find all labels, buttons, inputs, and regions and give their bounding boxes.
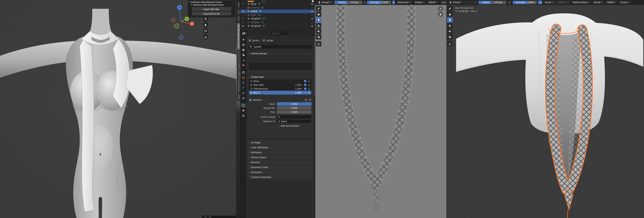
bottom-editor-peek[interactable] [202,216,236,218]
outliner-scrollbar[interactable] [314,2,315,18]
panel-animation[interactable]: ›Animation [247,170,313,174]
shape-key-value[interactable]: 1.000 [290,92,302,94]
sidebar-tab-kkbp[interactable]: KKBP [237,62,240,70]
gizmo-x-axis[interactable]: X [190,22,194,26]
shape-key-row-key3[interactable]: Key 3 1.000 [249,91,311,94]
star-icon[interactable] [304,98,307,101]
shape-key-name[interactable]: Key 3 [254,92,260,94]
visibility-eye-icon[interactable] [311,17,314,20]
vertex-groups-header[interactable]: ∨ Vertex Groups [247,52,313,56]
menu-falloff[interactable]: Falloff [427,0,439,4]
outliner-row-slingtop2[interactable]: › slingtop2 [240,24,315,28]
panel-grip-icon[interactable]: ∷∷ [232,1,234,3]
object-name[interactable]: slingtop [251,21,260,24]
menu-falloff[interactable]: Falloff [606,0,617,4]
range-max-input[interactable]: 1.000 [277,110,312,114]
object-name[interactable]: Light [251,14,256,16]
properties-scrollbar[interactable] [314,37,315,97]
tool-soften[interactable] [316,12,321,17]
pivot-edit-icon[interactable] [308,98,311,101]
sidebar-tab-sent[interactable]: SENT [237,70,240,78]
lock-icon[interactable] [308,84,310,86]
radius-slider[interactable]: Radius 143 px [478,1,506,4]
shape-key-value[interactable]: 1.000 [290,88,302,90]
toolbar-expand-arrow-icon[interactable]: › [0,38,2,41]
outliner-row-slingbot2[interactable]: • › slingbot2 [240,17,315,20]
brush-dropdown[interactable]: Smear* [448,0,477,4]
panel-custom-properties[interactable]: ›Custom Properties [247,175,313,180]
radius-slider[interactable]: Radius 143 px [334,1,362,4]
object-name-active[interactable]: Jacket [251,10,258,12]
search-input[interactable] [272,32,287,35]
tool-draw[interactable] [447,6,452,11]
navigation-gizmo[interactable]: Z Y X [170,0,198,46]
gizmo-x-neg-axis[interactable] [171,18,175,22]
tool-annotate[interactable] [316,41,321,46]
tool-fill[interactable] [316,28,321,34]
menu-cursor[interactable]: Cursor [440,0,446,4]
shape-key-name[interactable]: Basis [254,80,259,82]
outliner-row-jacket[interactable]: › Jacket [240,10,315,13]
pan-view-button[interactable] [438,12,443,17]
outliner-row-body[interactable]: • › body [240,2,315,6]
gizmo-y-neg-axis[interactable] [174,24,179,28]
shape-key-name[interactable]: Star Hide [254,84,264,86]
expand-arrow-icon[interactable]: › [245,3,247,5]
shape-key-name[interactable]: Fold Remove [254,88,268,90]
outliner-row-light[interactable]: › Light [240,13,315,17]
tab-texture[interactable] [240,114,246,118]
lock-icon[interactable] [308,92,310,94]
breadcrumb-data[interactable]: Jacket [266,39,273,42]
visibility-eye-closed-icon[interactable] [311,21,314,24]
gizmo-z-axis[interactable]: Z [177,5,182,10]
tab-material[interactable] [240,108,246,113]
panel-geometry-data[interactable]: ›Geometry Data [247,165,313,170]
sidebar-tab-item[interactable]: Item [237,1,240,8]
tab-output[interactable] [240,48,246,52]
visibility-eye-closed-icon[interactable] [311,14,314,16]
sidebar-tab-smart-merge[interactable]: Smart Merge [237,78,240,93]
image-editor[interactable]: Smear* Radius 143 px Strength 0.600 Adva… [315,0,446,218]
shape-key-enable-checkbox[interactable] [304,84,306,86]
expand-arrow-icon[interactable]: › [245,18,247,20]
object-name[interactable]: Camera [251,6,260,9]
tool-smear[interactable] [447,17,452,22]
visibility-eye-icon[interactable] [311,10,314,13]
list-resize-grip[interactable]: ▸∷∷ [247,70,313,72]
panel-grip-icon[interactable]: ∷∷ [232,4,234,6]
outliner[interactable]: • › body › Camera › Jacket [240,0,315,31]
list-menu-arrow-icon[interactable]: ▸ [249,70,250,72]
tool-smear[interactable] [316,17,321,22]
tab-render[interactable] [240,42,246,47]
tab-collection[interactable] [240,70,246,74]
tool-mask[interactable] [447,34,452,40]
relative-to-select[interactable]: Basis [277,120,312,123]
panel-remesh[interactable]: ›Remesh [247,160,313,164]
shape-keys-header[interactable]: ∨ Shape Keys [247,75,313,79]
tool-clone[interactable] [447,23,452,28]
radius-pressure-toggle[interactable] [507,0,512,4]
tool-clone[interactable] [316,23,321,28]
range-min-input[interactable]: 0.000 [277,106,312,110]
tab-particles[interactable] [240,86,246,90]
add-rest-position-checkbox[interactable] [277,125,279,127]
tool-mask[interactable] [316,34,321,40]
sidebar-tab-kk-blendshapecreator[interactable]: (KK) BlendShapeCreator [237,23,240,50]
shape-key-enable-checkbox[interactable] [304,88,306,90]
zoom-view-button[interactable] [203,16,208,22]
perspective-toggle-button[interactable] [203,34,208,40]
sidebar-tab-ucupaint[interactable]: Ucupaint [237,50,240,62]
panel-color-attributes[interactable]: ›Color Attributes [247,146,313,150]
camera-view-button[interactable] [203,28,208,34]
shape-key-enable-checkbox[interactable] [304,92,306,94]
properties-search[interactable] [266,32,289,35]
import-obj-button[interactable]: Import OBJ files. [192,7,231,11]
tool-annotate[interactable] [447,41,452,46]
lock-icon[interactable] [308,88,310,90]
shape-key-enable-checkbox[interactable] [304,80,306,82]
vertex-groups-list[interactable] [249,56,312,70]
vertex-group-select[interactable] [277,115,312,119]
expand-arrow-icon[interactable]: › [245,25,247,27]
object-name[interactable]: slingtop2 [251,25,261,27]
menu-texture-mask[interactable]: Texture Mask [571,0,591,4]
